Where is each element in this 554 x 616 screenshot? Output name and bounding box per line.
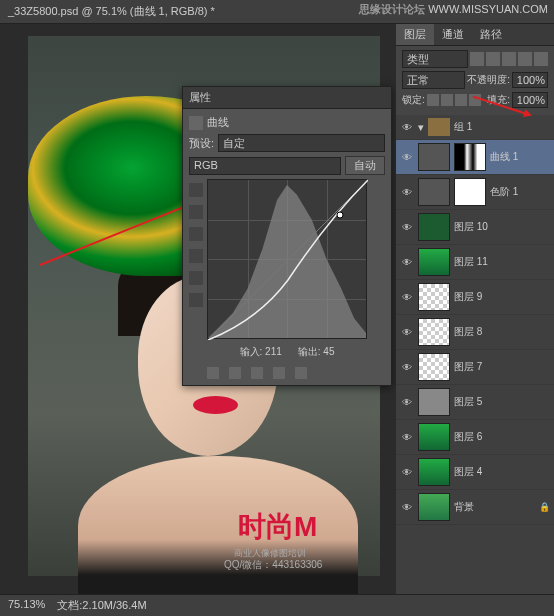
opacity-input[interactable] — [512, 72, 548, 88]
layer-row[interactable]: 👁 图层 10 — [396, 210, 554, 245]
adj-thumb[interactable] — [418, 178, 450, 206]
layer-name[interactable]: 图层 9 — [454, 290, 550, 304]
layer-name[interactable]: 图层 4 — [454, 465, 550, 479]
filter-adj-icon[interactable] — [486, 52, 500, 66]
curves-icon — [189, 116, 203, 130]
pencil-tool-icon[interactable] — [189, 205, 203, 219]
filter-shape-icon[interactable] — [518, 52, 532, 66]
layer-row[interactable]: 👁 图层 7 — [396, 350, 554, 385]
curve-tool-icon[interactable] — [189, 183, 203, 197]
layer-name[interactable]: 图层 6 — [454, 430, 550, 444]
curve-line — [208, 180, 368, 340]
eye-icon[interactable]: 👁 — [400, 431, 414, 443]
layer-thumb[interactable] — [418, 213, 450, 241]
layer-row[interactable]: 👁 色阶 1 — [396, 175, 554, 210]
layer-name[interactable]: 曲线 1 — [490, 150, 550, 164]
fill-input[interactable] — [512, 92, 548, 108]
preset-dropdown[interactable]: 自定 — [218, 134, 385, 152]
hand-tool-icon[interactable] — [189, 227, 203, 241]
filter-smart-icon[interactable] — [534, 52, 548, 66]
logo-contact: QQ/微信：443163306 — [224, 558, 322, 572]
lock-label: 锁定: — [402, 93, 425, 107]
mask-thumb[interactable] — [454, 178, 486, 206]
lock-paint-icon[interactable] — [441, 94, 453, 106]
folder-icon — [428, 118, 450, 136]
tab-layers[interactable]: 图层 — [396, 24, 434, 45]
eye-icon[interactable]: 👁 — [400, 326, 414, 338]
eye-icon[interactable]: 👁 — [400, 396, 414, 408]
reset-icon[interactable] — [251, 367, 263, 379]
properties-panel[interactable]: 属性 曲线 预设: 自定 RGB 自动 — [182, 86, 392, 386]
watermark: 思缘设计论坛 WWW.MISSYUAN.COM — [359, 2, 548, 17]
adjustment-type: 曲线 — [207, 115, 229, 130]
layer-thumb[interactable] — [418, 493, 450, 521]
lock-trans-icon[interactable] — [427, 94, 439, 106]
layer-row[interactable]: 👁 图层 4 — [396, 455, 554, 490]
doc-size: 文档:2.10M/36.4M — [57, 598, 146, 613]
layer-thumb[interactable] — [418, 423, 450, 451]
status-bar: 75.13% 文档:2.10M/36.4M — [0, 594, 554, 616]
clip-icon[interactable] — [207, 367, 219, 379]
lock-pos-icon[interactable] — [455, 94, 467, 106]
curves-graph[interactable] — [207, 179, 367, 339]
channel-dropdown[interactable]: RGB — [189, 157, 341, 175]
eye-icon[interactable]: 👁 — [400, 256, 414, 268]
opacity-label: 不透明度: — [467, 73, 510, 87]
delete-icon[interactable] — [295, 367, 307, 379]
layers-panel: 图层 通道 路径 类型 正常 不透明度: 锁定: — [396, 24, 554, 594]
layer-name[interactable]: 图层 10 — [454, 220, 550, 234]
svg-point-1 — [337, 212, 343, 218]
filter-txt-icon[interactable] — [502, 52, 516, 66]
layer-thumb[interactable] — [418, 388, 450, 416]
layer-thumb[interactable] — [418, 458, 450, 486]
eyedropper-white-icon[interactable] — [189, 293, 203, 307]
eye-icon[interactable]: 👁 — [400, 501, 414, 513]
layer-name[interactable]: 图层 8 — [454, 325, 550, 339]
eyedropper-gray-icon[interactable] — [189, 271, 203, 285]
eye-icon[interactable]: 👁 — [400, 121, 414, 133]
layer-name[interactable]: 图层 7 — [454, 360, 550, 374]
eyedropper-black-icon[interactable] — [189, 249, 203, 263]
portrait-lips — [193, 396, 238, 414]
eye-icon[interactable]: 👁 — [400, 361, 414, 373]
input-label: 输入: 211 — [240, 345, 282, 359]
chevron-down-icon[interactable]: ▾ — [418, 121, 424, 134]
layer-thumb[interactable] — [418, 353, 450, 381]
layer-name[interactable]: 图层 5 — [454, 395, 550, 409]
layer-row[interactable]: 👁 图层 9 — [396, 280, 554, 315]
eye-icon[interactable]: 👁 — [400, 151, 414, 163]
eye-icon[interactable]: 👁 — [400, 466, 414, 478]
auto-button[interactable]: 自动 — [345, 156, 385, 175]
adj-thumb[interactable] — [418, 143, 450, 171]
layer-thumb[interactable] — [418, 318, 450, 346]
layer-row[interactable]: 👁 图层 8 — [396, 315, 554, 350]
view-prev-icon[interactable] — [229, 367, 241, 379]
layer-row[interactable]: 👁 图层 11 — [396, 245, 554, 280]
canvas-area[interactable]: 时尚M 商业人像修图培训 QQ/微信：443163306 属性 曲线 预设: 自… — [0, 24, 396, 594]
eye-icon[interactable]: 👁 — [400, 221, 414, 233]
filter-kind-dropdown[interactable]: 类型 — [402, 50, 468, 68]
output-label: 输出: 45 — [298, 345, 335, 359]
layer-name[interactable]: 图层 11 — [454, 255, 550, 269]
eye-icon[interactable]: 👁 — [400, 291, 414, 303]
preset-label: 预设: — [189, 136, 214, 151]
layer-row[interactable]: 👁 曲线 1 — [396, 140, 554, 175]
layer-thumb[interactable] — [418, 283, 450, 311]
curves-tools — [189, 179, 203, 339]
layer-row[interactable]: 👁 图层 6 — [396, 420, 554, 455]
layer-row[interactable]: 👁 背景 🔒 — [396, 490, 554, 525]
eye-icon[interactable]: 👁 — [400, 186, 414, 198]
layer-name[interactable]: 背景 — [454, 500, 535, 514]
tab-paths[interactable]: 路径 — [472, 24, 510, 45]
visibility-icon[interactable] — [273, 367, 285, 379]
filter-img-icon[interactable] — [470, 52, 484, 66]
layer-thumb[interactable] — [418, 248, 450, 276]
layer-row[interactable]: 👁 图层 5 — [396, 385, 554, 420]
logo-text: 时尚M — [238, 508, 317, 546]
layer-name[interactable]: 色阶 1 — [490, 185, 550, 199]
tab-channels[interactable]: 通道 — [434, 24, 472, 45]
mask-thumb[interactable] — [454, 143, 486, 171]
zoom-level[interactable]: 75.13% — [8, 598, 45, 613]
group-name[interactable]: 组 1 — [454, 120, 550, 134]
blend-mode-dropdown[interactable]: 正常 — [402, 71, 465, 89]
